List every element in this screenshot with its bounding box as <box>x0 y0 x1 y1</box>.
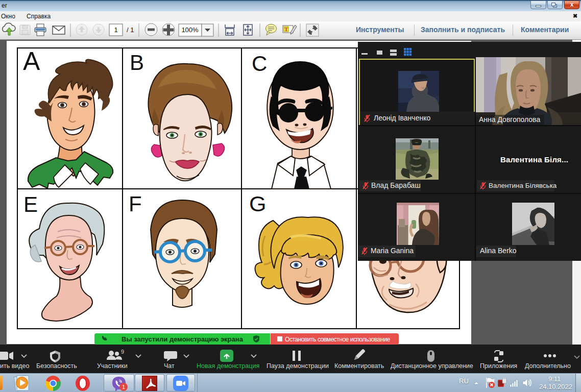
svg-text:C: C <box>252 52 267 76</box>
svg-text:T: T <box>284 27 288 32</box>
svg-text:9: 9 <box>121 349 124 355</box>
svg-text:A: A <box>23 47 40 76</box>
svg-text:B: B <box>130 51 144 75</box>
svg-text:E: E <box>23 192 38 216</box>
svg-text:/ 1: / 1 <box>127 26 134 34</box>
svg-text:G: G <box>249 191 266 216</box>
svg-text:1: 1 <box>114 26 117 34</box>
svg-text:F: F <box>129 192 142 216</box>
svg-text:100%: 100% <box>181 26 199 34</box>
